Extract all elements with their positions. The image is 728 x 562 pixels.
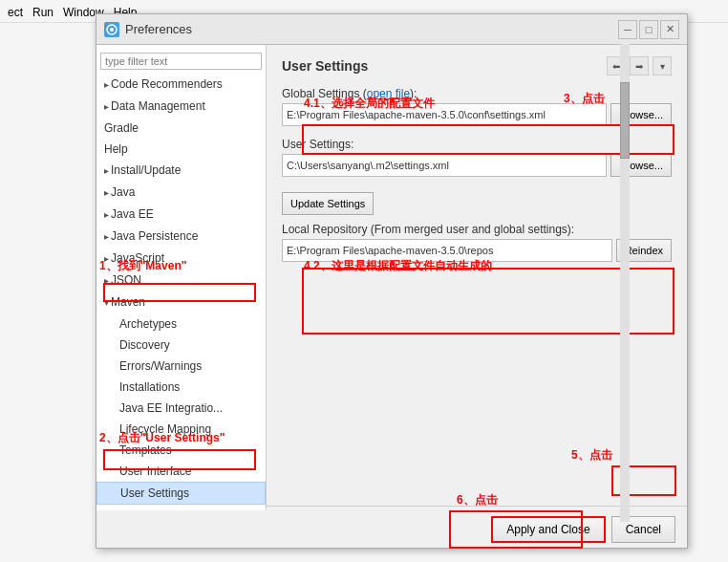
scrollbar-thumb[interactable] <box>620 82 630 159</box>
minimize-button[interactable]: ─ <box>618 20 637 39</box>
tree-item-maven[interactable]: ▾Maven <box>96 292 266 313</box>
global-settings-row: Browse... <box>282 103 672 126</box>
section-title-area: User Settings ⬅ ➡ ▾ <box>282 56 672 76</box>
tree-item-java-ee[interactable]: ▸Java EE <box>96 204 266 226</box>
global-settings-input[interactable] <box>282 103 607 126</box>
tree-item-java[interactable]: ▸Java <box>96 182 266 204</box>
user-settings-group: User Settings: Browse... <box>282 138 672 177</box>
global-settings-group: Global Settings (open file): Browse... <box>282 87 672 126</box>
tree-item-java-ee-integration[interactable]: Java EE Integratio... <box>96 398 266 419</box>
tree-item-user-settings[interactable]: User Settings <box>96 482 266 505</box>
section-nav-icons: ⬅ ➡ ▾ <box>607 56 672 76</box>
tree-item-gradle[interactable]: Gradle <box>96 118 266 139</box>
global-settings-label: Global Settings (open file): <box>282 87 672 100</box>
menu-run[interactable]: Run <box>29 4 57 21</box>
update-settings-area: Update Settings <box>282 188 672 215</box>
dialog-title-area: Preferences <box>104 22 192 37</box>
tree-item-errors-warnings[interactable]: Errors/Warnings <box>96 356 266 377</box>
dialog-title-text: Preferences <box>125 22 192 36</box>
dialog-titlebar: Preferences ─ □ ✕ <box>96 14 687 45</box>
local-repo-row: Reindex <box>282 239 672 262</box>
svg-point-1 <box>110 28 114 32</box>
tree-item-discovery[interactable]: Discovery <box>96 335 266 356</box>
tree-item-install-update[interactable]: ▸Install/Update <box>96 160 266 182</box>
nav-forward-button[interactable]: ➡ <box>630 56 649 76</box>
tree-item-json[interactable]: ▸JSON <box>96 270 266 292</box>
update-settings-button[interactable]: Update Settings <box>282 192 374 215</box>
bottom-button-bar: Apply and Close Cancel <box>96 510 688 549</box>
user-settings-input[interactable] <box>282 154 607 177</box>
open-file-link[interactable]: open file <box>367 87 410 100</box>
dialog-scrollbar[interactable] <box>620 44 630 522</box>
tree-item-installations[interactable]: Installations <box>96 377 266 398</box>
tree-item-data-management[interactable]: ▸Data Management <box>96 96 266 118</box>
close-button[interactable]: ✕ <box>660 20 679 39</box>
nav-menu-button[interactable]: ▾ <box>653 56 672 76</box>
filter-input[interactable] <box>100 53 262 70</box>
tree-item-lifecycle-mapping[interactable]: Lifecycle Mapping <box>96 419 266 440</box>
tree-item-code-recommenders[interactable]: ▸Code Recommenders <box>96 74 266 96</box>
local-repo-section: Local Repository (From merged user and g… <box>282 223 672 262</box>
tree-panel: ▸Code Recommenders ▸Data Management Grad… <box>96 45 267 548</box>
local-repo-input[interactable] <box>282 239 612 262</box>
preferences-icon <box>104 22 119 37</box>
tree-item-templates[interactable]: Templates <box>96 440 266 461</box>
tree-item-javascript[interactable]: ▸JavaScript <box>96 248 266 270</box>
apply-and-close-button[interactable]: Apply and Close <box>491 516 605 543</box>
tree-item-java-persistence[interactable]: ▸Java Persistence <box>96 226 266 248</box>
user-settings-row: Browse... <box>282 154 672 177</box>
menu-ect[interactable]: ect <box>4 4 27 21</box>
section-title-text: User Settings <box>282 58 368 74</box>
preferences-dialog: Preferences ─ □ ✕ ▸Code Recommenders ▸Da… <box>96 13 688 549</box>
dialog-body: ▸Code Recommenders ▸Data Management Grad… <box>96 45 687 548</box>
tree-item-archetypes[interactable]: Archetypes <box>96 313 266 335</box>
tree-item-user-interface[interactable]: User Interface <box>96 461 266 482</box>
maximize-button[interactable]: □ <box>639 20 658 39</box>
user-settings-label: User Settings: <box>282 138 672 151</box>
dialog-window-controls: ─ □ ✕ <box>618 20 679 39</box>
local-repo-label: Local Repository (From merged user and g… <box>282 223 672 236</box>
tree-item-help[interactable]: Help <box>96 139 266 160</box>
